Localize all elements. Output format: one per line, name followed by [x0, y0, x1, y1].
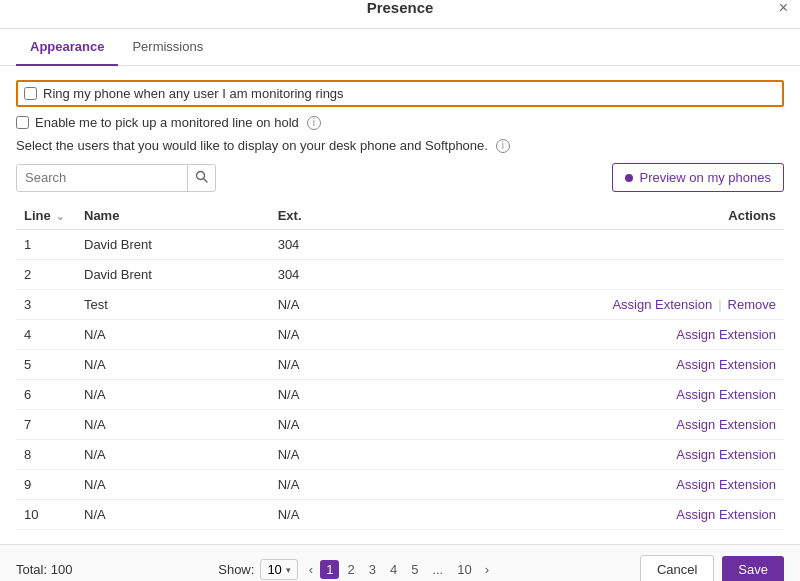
close-button[interactable]: × [779, 0, 788, 17]
pickup-checkbox[interactable] [16, 116, 29, 129]
table-row: 10N/AN/AAssign Extension [16, 500, 784, 530]
assign-extension-link[interactable]: Assign Extension [612, 297, 712, 312]
cell-name: N/A [76, 350, 270, 380]
action-separator: | [718, 297, 721, 312]
assign-extension-link[interactable]: Assign Extension [676, 507, 776, 522]
cell-name: N/A [76, 440, 270, 470]
page-10[interactable]: 10 [451, 560, 477, 579]
cell-name: David Brent [76, 230, 270, 260]
assign-extension-link[interactable]: Assign Extension [676, 357, 776, 372]
table-header-row: Line ⌄ Name Ext. Actions [16, 202, 784, 230]
cell-actions: Assign Extension [370, 470, 784, 500]
cell-name: David Brent [76, 260, 270, 290]
pickup-option-label: Enable me to pick up a monitored line on… [35, 115, 299, 130]
page-1[interactable]: 1 [320, 560, 339, 579]
cell-name: Test [76, 290, 270, 320]
footer-right: Cancel Save [640, 555, 784, 581]
table-row: 4N/AN/AAssign Extension [16, 320, 784, 350]
select-info-icon[interactable]: i [496, 139, 510, 153]
cancel-button[interactable]: Cancel [640, 555, 714, 581]
assign-extension-link[interactable]: Assign Extension [676, 477, 776, 492]
select-label: Select the users that you would like to … [16, 138, 784, 153]
table-row: 6N/AN/AAssign Extension [16, 380, 784, 410]
toolbar: Preview on my phones [16, 163, 784, 192]
col-header-name: Name [76, 202, 270, 230]
page-2[interactable]: 2 [341, 560, 360, 579]
ring-checkbox[interactable] [24, 87, 37, 100]
save-button[interactable]: Save [722, 556, 784, 581]
table-row: 1David Brent304 [16, 230, 784, 260]
pickup-option-row: Enable me to pick up a monitored line on… [16, 115, 784, 130]
assign-extension-link[interactable]: Assign Extension [676, 447, 776, 462]
cell-ext: N/A [270, 410, 370, 440]
cell-line: 3 [16, 290, 76, 320]
table-row: 7N/AN/AAssign Extension [16, 410, 784, 440]
tabs-bar: Appearance Permissions [0, 29, 800, 66]
cell-name: N/A [76, 380, 270, 410]
cell-ext: N/A [270, 350, 370, 380]
cell-actions: Assign Extension [370, 320, 784, 350]
next-page-button[interactable]: › [480, 560, 494, 579]
cell-actions: Assign Extension [370, 350, 784, 380]
cell-ext: N/A [270, 500, 370, 530]
cell-ext: N/A [270, 380, 370, 410]
cell-actions: Assign Extension [370, 410, 784, 440]
table-row: 8N/AN/AAssign Extension [16, 440, 784, 470]
pickup-info-icon[interactable]: i [307, 116, 321, 130]
show-label: Show: [218, 562, 254, 577]
assign-extension-link[interactable]: Assign Extension [676, 327, 776, 342]
page-size-value: 10 [267, 562, 281, 577]
pagination: ‹ 1 2 3 4 5 ... 10 › [304, 560, 494, 579]
presence-modal: Presence × Appearance Permissions Ring m… [0, 0, 800, 581]
cell-ext: N/A [270, 290, 370, 320]
table-row: 9N/AN/AAssign Extension [16, 470, 784, 500]
assign-extension-link[interactable]: Assign Extension [676, 387, 776, 402]
page-3[interactable]: 3 [363, 560, 382, 579]
cell-ext: 304 [270, 260, 370, 290]
cell-line: 9 [16, 470, 76, 500]
sort-icon-line[interactable]: ⌄ [56, 211, 64, 222]
tab-permissions[interactable]: Permissions [118, 29, 217, 66]
page-size-select[interactable]: 10 ▾ [260, 559, 297, 580]
ring-option-row: Ring my phone when any user I am monitor… [16, 80, 784, 107]
cell-actions [370, 230, 784, 260]
tab-appearance[interactable]: Appearance [16, 29, 118, 66]
col-header-actions: Actions [370, 202, 784, 230]
col-header-ext: Ext. [270, 202, 370, 230]
modal-header: Presence × [0, 0, 800, 29]
search-wrap [16, 164, 216, 192]
search-button[interactable] [187, 165, 215, 191]
preview-button[interactable]: Preview on my phones [612, 163, 784, 192]
assign-extension-link[interactable]: Assign Extension [676, 417, 776, 432]
modal-footer: Total: 100 Show: 10 ▾ ‹ 1 2 3 4 5 ... 10… [0, 544, 800, 581]
cell-name: N/A [76, 470, 270, 500]
cell-ext: 304 [270, 230, 370, 260]
page-ellipsis: ... [426, 560, 449, 579]
cell-ext: N/A [270, 470, 370, 500]
cell-line: 8 [16, 440, 76, 470]
svg-point-0 [197, 171, 205, 179]
svg-line-1 [204, 178, 207, 181]
cell-line: 10 [16, 500, 76, 530]
cell-line: 5 [16, 350, 76, 380]
cell-line: 6 [16, 380, 76, 410]
cell-name: N/A [76, 320, 270, 350]
page-size-chevron: ▾ [286, 565, 291, 575]
cell-name: N/A [76, 410, 270, 440]
cell-actions: Assign Extension|Remove [370, 290, 784, 320]
presence-table: Line ⌄ Name Ext. Actions 1David Brent304… [16, 202, 784, 530]
page-5[interactable]: 5 [405, 560, 424, 579]
ring-option-label: Ring my phone when any user I am monitor… [43, 86, 344, 101]
modal-title: Presence [367, 0, 434, 16]
search-icon [195, 170, 208, 183]
prev-page-button[interactable]: ‹ [304, 560, 318, 579]
page-4[interactable]: 4 [384, 560, 403, 579]
cell-actions: Assign Extension [370, 380, 784, 410]
cell-line: 1 [16, 230, 76, 260]
table-row: 2David Brent304 [16, 260, 784, 290]
table-row: 5N/AN/AAssign Extension [16, 350, 784, 380]
remove-link[interactable]: Remove [728, 297, 776, 312]
preview-dot-icon [625, 174, 633, 182]
cell-ext: N/A [270, 320, 370, 350]
search-input[interactable] [17, 165, 187, 190]
